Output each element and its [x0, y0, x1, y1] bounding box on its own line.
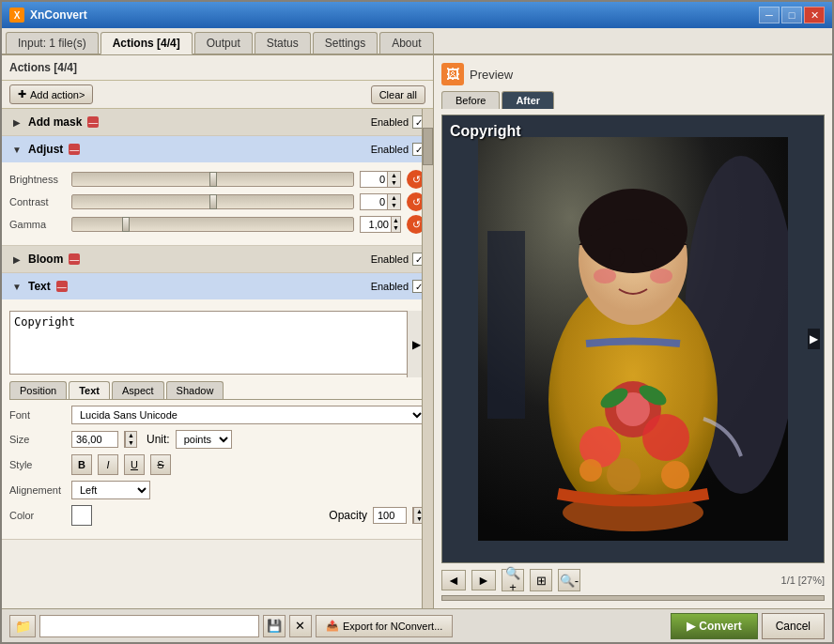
size-down[interactable]: ▼	[125, 439, 136, 447]
action-header-addmask[interactable]: ▶ Add mask — Enabled ✓	[2, 109, 433, 135]
convert-icon: ▶	[687, 620, 695, 633]
svg-point-7	[641, 248, 656, 267]
tab-about[interactable]: About	[379, 32, 433, 54]
preview-controls: ◄ ► 🔍+ ⊞ 🔍- 1/1 [27%]	[441, 563, 825, 591]
preview-back-button[interactable]: ◄	[441, 570, 466, 590]
unit-select[interactable]: points pixels	[176, 430, 232, 449]
app-icon: X	[9, 8, 24, 23]
title-bar: X XnConvert ─ □ ✕	[2, 2, 832, 28]
contrast-down[interactable]: ▼	[387, 202, 400, 209]
text-input[interactable]	[9, 311, 425, 375]
svg-point-18	[579, 459, 602, 482]
action-right-bloom: Enabled ✓	[371, 253, 425, 266]
brightness-spinbox: ▲ ▼	[360, 171, 401, 188]
expand-icon-adjust: ▼	[9, 142, 24, 157]
font-select[interactable]: Lucida Sans Unicode	[71, 406, 425, 424]
text-area-container: ▶	[9, 311, 425, 377]
remove-adjust-button[interactable]: —	[69, 144, 80, 155]
tab-output[interactable]: Output	[194, 32, 253, 54]
preview-label: Preview	[470, 68, 513, 82]
right-panel: 🖼 Preview Before After Copyright	[434, 55, 832, 608]
remove-addmask-button[interactable]: —	[87, 116, 99, 128]
action-name-bloom: Bloom	[28, 253, 63, 266]
size-input[interactable]	[71, 431, 118, 448]
action-name-addmask: Add mask	[28, 115, 82, 129]
brightness-slider[interactable]	[71, 172, 354, 187]
action-header-adjust[interactable]: ▼ Adjust — Enabled ✓	[2, 136, 433, 162]
action-item-addmask: ▶ Add mask — Enabled ✓	[2, 109, 433, 136]
contrast-up[interactable]: ▲	[387, 194, 400, 202]
cancel-button[interactable]: Cancel	[762, 613, 825, 639]
minimize-button[interactable]: ─	[759, 7, 780, 23]
tab-actions[interactable]: Actions [4/4]	[100, 32, 193, 54]
bold-button[interactable]: B	[71, 454, 92, 475]
svg-point-6	[610, 248, 625, 267]
opacity-input[interactable]	[373, 507, 407, 524]
preview-forward-button[interactable]: ►	[471, 570, 496, 590]
contrast-value[interactable]	[361, 195, 387, 208]
gamma-up[interactable]: ▲	[391, 217, 400, 224]
preview-tab-after[interactable]: After	[502, 91, 554, 109]
left-panel: Actions [4/4] ✚ Add action> Clear all ▶ …	[2, 55, 434, 608]
action-right-addmask: Enabled ✓	[371, 115, 425, 129]
brightness-value[interactable]	[361, 173, 387, 186]
vertical-scrollbar[interactable]	[422, 109, 433, 608]
tab-status[interactable]: Status	[255, 32, 311, 54]
gamma-value[interactable]	[361, 218, 391, 231]
svg-point-8	[594, 268, 616, 284]
contrast-label: Contrast	[9, 196, 66, 207]
sub-tab-shadow[interactable]: Shadow	[166, 381, 224, 399]
gamma-down[interactable]: ▼	[391, 224, 400, 232]
size-up[interactable]: ▲	[125, 432, 136, 439]
open-folder-button[interactable]: 📁	[9, 615, 36, 637]
window-controls: ─ □ ✕	[759, 7, 825, 23]
italic-button[interactable]: I	[98, 454, 118, 475]
svg-point-9	[650, 268, 672, 284]
unit-label: Unit:	[147, 433, 170, 446]
export-icon: 📤	[326, 620, 339, 632]
brightness-down[interactable]: ▼	[387, 179, 400, 187]
gamma-slider[interactable]	[71, 217, 354, 232]
add-action-button[interactable]: ✚ Add action>	[9, 84, 93, 104]
expand-icon-text: ▼	[9, 279, 24, 294]
strikethrough-button[interactable]: S	[150, 454, 171, 475]
gamma-spinbox: ▲ ▼	[360, 216, 401, 233]
tab-input[interactable]: Input: 1 file(s)	[6, 32, 99, 54]
clear-all-button[interactable]: Clear all	[371, 85, 425, 104]
close-button[interactable]: ✕	[804, 7, 825, 23]
preview-tab-before[interactable]: Before	[441, 91, 500, 109]
actions-list: ▶ Add mask — Enabled ✓ ▼ Adjust —	[2, 109, 433, 608]
maximize-button[interactable]: □	[781, 7, 802, 23]
color-picker[interactable]	[71, 505, 92, 526]
scrollbar-thumb[interactable]	[423, 128, 433, 165]
main-tab-bar: Input: 1 file(s) Actions [4/4] Output St…	[2, 28, 832, 55]
preview-copyright-text: Copyright	[450, 123, 521, 140]
convert-button[interactable]: ▶ Convert	[671, 613, 757, 639]
sub-tab-text[interactable]: Text	[69, 381, 110, 399]
zoom-out-button[interactable]: 🔍-	[558, 569, 580, 591]
convert-label: Convert	[699, 620, 741, 633]
svg-point-13	[642, 414, 689, 461]
path-input[interactable]	[39, 615, 259, 637]
tab-settings[interactable]: Settings	[313, 32, 378, 54]
expand-icon-addmask: ▶	[9, 115, 24, 130]
sub-tab-position[interactable]: Position	[9, 381, 67, 399]
zoom-in-button[interactable]: 🔍+	[502, 569, 524, 591]
remove-bloom-button[interactable]: —	[69, 253, 80, 265]
action-header-text[interactable]: ▼ Text — Enabled ✓	[2, 273, 433, 299]
preview-expand-button[interactable]: ▶	[808, 329, 820, 349]
underline-button[interactable]: U	[124, 454, 145, 475]
delete-button[interactable]: ✕	[289, 615, 312, 637]
preview-tab-bar: Before After	[441, 91, 825, 109]
brightness-up[interactable]: ▲	[387, 172, 400, 179]
style-label: Style	[9, 459, 66, 470]
save-button[interactable]: 💾	[263, 615, 286, 637]
alignment-select[interactable]: Left Center Right	[71, 481, 150, 499]
sub-tab-aspect[interactable]: Aspect	[112, 381, 164, 399]
fit-button[interactable]: ⊞	[530, 569, 552, 591]
export-button[interactable]: 📤 Export for NConvert...	[316, 615, 453, 637]
remove-text-button[interactable]: —	[56, 281, 68, 292]
color-label: Color	[9, 510, 66, 521]
action-header-bloom[interactable]: ▶ Bloom — Enabled ✓	[2, 246, 433, 272]
contrast-slider[interactable]	[71, 194, 354, 209]
